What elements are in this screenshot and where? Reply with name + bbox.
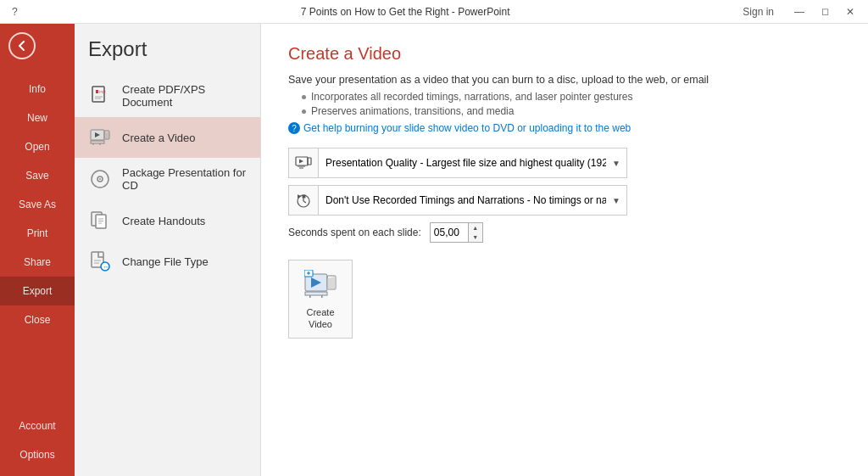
sidebar-item-share[interactable]: Share xyxy=(0,248,75,277)
help-link[interactable]: ? Get help burning your slide show video… xyxy=(288,122,841,134)
svg-rect-37 xyxy=(309,295,311,298)
create-video-button[interactable]: CreateVideo xyxy=(288,260,353,339)
bullet-item-1: Incorporates all recorded timings, narra… xyxy=(302,91,841,103)
quality-dropdown-wrapper[interactable]: Presentation Quality - Largest file size… xyxy=(319,148,627,178)
svg-rect-0 xyxy=(92,87,104,102)
sidebar-item-save[interactable]: Save xyxy=(0,161,75,190)
create-video-button-icon xyxy=(303,267,337,301)
content-area: Export PDF Create PDF/XPS Document xyxy=(75,24,868,476)
svg-rect-26 xyxy=(308,158,311,165)
menu-item-label-change-file-type: Change File Type xyxy=(122,255,209,268)
svg-text:▶◼: ▶◼ xyxy=(298,193,306,199)
quality-select[interactable]: Presentation Quality - Largest file size… xyxy=(319,148,627,178)
timing-dropdown-row: ▶◼ Don't Use Recorded Timings and Narrat… xyxy=(288,185,627,216)
window-title: 7 Points on How to Get the Right - Power… xyxy=(75,6,736,18)
seconds-input[interactable] xyxy=(431,223,468,242)
menu-item-label-create-pdf: Create PDF/XPS Document xyxy=(122,83,247,109)
sidebar-item-print[interactable]: Print xyxy=(0,219,75,248)
seconds-up-button[interactable]: ▲ xyxy=(469,223,482,232)
timing-dropdown-icon: ▶◼ xyxy=(288,185,319,216)
sidebar-item-account[interactable]: Account xyxy=(0,412,75,440)
seconds-spinners: ▲ ▼ xyxy=(468,223,482,242)
sidebar-item-info[interactable]: Info xyxy=(0,75,75,104)
bullet-dot-1 xyxy=(302,95,306,99)
svg-line-31 xyxy=(303,201,306,203)
svg-rect-36 xyxy=(305,292,327,295)
change-file-type-icon: ↔ xyxy=(88,249,112,273)
sign-in-link[interactable]: Sign in xyxy=(736,4,781,20)
bullet-dot-2 xyxy=(302,109,306,114)
svg-text:PDF: PDF xyxy=(99,90,107,94)
back-button[interactable] xyxy=(3,27,41,64)
seconds-input-wrapper: ▲ ▼ xyxy=(430,222,483,243)
menu-item-label-create-video: Create a Video xyxy=(122,132,196,144)
svg-point-13 xyxy=(99,178,101,180)
title-bar: ? 7 Points on How to Get the Right - Pow… xyxy=(0,0,868,24)
section-title: Create a Video xyxy=(288,44,841,64)
seconds-row: Seconds spent on each slide: ▲ ▼ xyxy=(288,222,841,243)
sidebar-item-options[interactable]: Options xyxy=(0,440,75,469)
svg-marker-25 xyxy=(299,160,303,164)
menu-item-create-pdf[interactable]: PDF Create PDF/XPS Document xyxy=(75,75,260,117)
svg-text:↔: ↔ xyxy=(103,264,109,270)
svg-rect-1 xyxy=(96,90,98,93)
quality-dropdown-icon xyxy=(288,148,319,178)
menu-panel: Export PDF Create PDF/XPS Document xyxy=(75,24,261,476)
sidebar-item-new[interactable]: New xyxy=(0,104,75,132)
section-description: Save your presentation as a video that y… xyxy=(288,74,841,86)
sidebar-item-export[interactable]: Export xyxy=(0,277,75,305)
back-circle-icon xyxy=(8,32,36,59)
package-cd-icon xyxy=(88,167,112,191)
sidebar-item-close[interactable]: Close xyxy=(0,305,75,334)
timing-dropdown-wrapper[interactable]: Don't Use Recorded Timings and Narration… xyxy=(319,185,627,216)
menu-item-change-file-type[interactable]: ↔ Change File Type xyxy=(75,241,260,282)
sidebar-item-open[interactable]: Open xyxy=(0,132,75,161)
feature-list: Incorporates all recorded timings, narra… xyxy=(302,91,841,117)
minimize-button[interactable]: — xyxy=(787,4,811,20)
bullet-item-2: Preserves animations, transitions, and m… xyxy=(302,105,841,117)
app-body: Info New Open Save Save As Print Share E… xyxy=(0,24,868,476)
menu-panel-title: Export xyxy=(75,37,260,75)
timing-select[interactable]: Don't Use Recorded Timings and Narration… xyxy=(319,185,627,216)
menu-item-label-create-handouts: Create Handouts xyxy=(122,215,205,227)
seconds-label: Seconds spent on each slide: xyxy=(288,227,421,238)
window-controls: Sign in — ◻ ✕ xyxy=(736,4,861,20)
close-button[interactable]: ✕ xyxy=(839,4,861,20)
help-button[interactable]: ? xyxy=(7,4,23,20)
seconds-down-button[interactable]: ▼ xyxy=(469,232,482,242)
menu-item-create-handouts[interactable]: Create Handouts xyxy=(75,200,260,241)
sidebar-nav: Info New Open Save Save As Print Share E… xyxy=(0,75,75,334)
sidebar: Info New Open Save Save As Print Share E… xyxy=(0,24,75,476)
svg-rect-8 xyxy=(91,141,104,143)
create-video-menu-icon xyxy=(88,126,112,149)
menu-item-package-cd[interactable]: Package Presentation for CD xyxy=(75,158,260,200)
menu-item-create-video[interactable]: Create a Video xyxy=(75,117,260,158)
create-video-button-label: CreateVideo xyxy=(306,306,334,331)
sidebar-item-save-as[interactable]: Save As xyxy=(0,190,75,219)
right-panel: Create a Video Save your presentation as… xyxy=(261,24,868,476)
svg-rect-38 xyxy=(321,295,323,298)
create-pdf-icon: PDF xyxy=(88,84,112,108)
help-link-icon: ? xyxy=(288,122,300,134)
restore-button[interactable]: ◻ xyxy=(815,4,836,19)
menu-item-label-package-cd: Package Presentation for CD xyxy=(122,166,247,192)
quality-dropdown-row: Presentation Quality - Largest file size… xyxy=(288,148,627,178)
create-handouts-icon xyxy=(88,209,112,232)
